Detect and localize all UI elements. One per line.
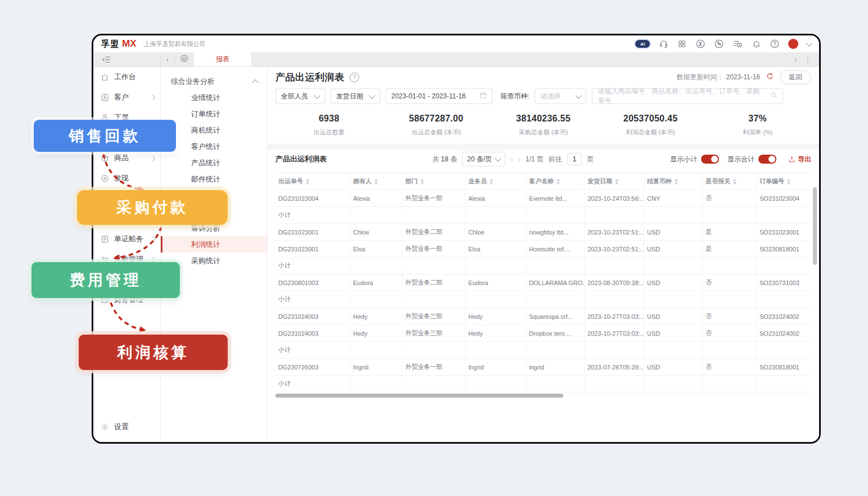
table-cell: Alexia <box>350 190 403 206</box>
submenu-item-opportunity-stats[interactable]: 商机统计 <box>161 122 267 138</box>
table-cell <box>585 291 644 308</box>
table-cell: DG231023001 <box>275 241 350 257</box>
column-header[interactable]: 拥有人 <box>350 173 403 190</box>
sidebar-item-shipping-docs[interactable]: 单证船务 <box>93 229 160 249</box>
filter-bar: 全部人员 发货日期 2023-01-01 - 2023-11-16 筛查币种: … <box>275 88 811 104</box>
table-cell: Eudora <box>350 274 403 291</box>
sidebar-item-workbench[interactable]: 工作台 <box>93 67 160 87</box>
user-avatar[interactable] <box>788 39 798 49</box>
table-cell: DG231023001 <box>275 224 350 240</box>
column-header[interactable]: 客户名称 <box>526 173 585 190</box>
home-icon[interactable] <box>180 55 188 64</box>
tab-reports[interactable]: 报表 <box>194 52 251 66</box>
table-cell <box>526 376 585 392</box>
chevron-down-icon <box>576 92 582 98</box>
table-cell: SO230818001 <box>757 241 811 257</box>
column-header[interactable]: 结算币种 <box>644 173 703 190</box>
submenu-item-customer-stats[interactable]: 客户统计 <box>161 138 267 155</box>
table-cell <box>403 342 465 358</box>
submenu-item-profit-stats[interactable]: 利润统计 <box>161 236 267 252</box>
stat-label: 利润总金额 (本币) <box>626 128 675 137</box>
table-cell <box>703 342 757 358</box>
goto-label: 前往 <box>549 155 562 164</box>
more-options-icon[interactable]: ⋮ <box>804 56 811 64</box>
table-cell: Hedy <box>350 308 403 324</box>
table-cell: Eudora <box>465 274 526 291</box>
date-range-picker[interactable]: 2023-01-01 - 2023-11-16 <box>386 88 492 104</box>
apps-grid-icon[interactable] <box>677 39 687 49</box>
table-subtotal-row[interactable]: 小计 <box>275 342 811 359</box>
refresh-icon[interactable] <box>766 72 774 82</box>
person-filter-dropdown[interactable]: 全部人员 <box>275 88 325 104</box>
table-subtotal-row[interactable]: 小计 <box>275 291 811 308</box>
ai-assistant-icon[interactable]: AI <box>635 40 650 48</box>
stat-value: 38140236.55 <box>516 114 571 124</box>
task-list-icon[interactable] <box>733 39 743 49</box>
table-cell: DG231024003 <box>275 308 350 324</box>
table-row[interactable]: DG231023004Alexia外贸业务一部AlexiaEvernote lt… <box>275 190 811 207</box>
notifications-bell-icon[interactable] <box>751 39 761 49</box>
table-row[interactable]: DG230726003Ingrid外贸业务一部Ingridingrid2023-… <box>275 359 811 376</box>
goto-page-input[interactable] <box>567 153 582 165</box>
table-cell <box>757 291 811 308</box>
vertical-scrollbar-thumb[interactable] <box>813 187 817 265</box>
customer-service-icon[interactable] <box>658 39 668 49</box>
page-size-select[interactable]: 20 条/页 <box>462 152 505 166</box>
currency-select[interactable]: 请选择 <box>535 88 586 104</box>
table-row[interactable]: DG231024003Hedy外贸业务三部HedyDropbox tero...… <box>275 325 811 342</box>
column-header[interactable]: 部门 <box>403 173 465 190</box>
submenu-group-header[interactable]: 综合业务分析 <box>161 74 267 89</box>
table-cell <box>465 258 526 274</box>
sidebar-item-settings[interactable]: 设置 <box>93 417 160 437</box>
nav-forward-icon[interactable]: › <box>794 56 797 64</box>
export-button[interactable]: 导出 <box>788 155 811 164</box>
table-row[interactable]: DG230801003Eudora外贸业务二部EudoraDOLLARAMA G… <box>275 274 811 291</box>
table-cell: 外贸业务三部 <box>403 308 465 324</box>
column-header[interactable]: 订单编号 <box>757 173 811 190</box>
date-type-dropdown[interactable]: 发货日期 <box>331 88 380 104</box>
submenu-item-performance-stats[interactable]: 业绩统计 <box>161 89 267 106</box>
nav-back-icon[interactable]: ‹ <box>166 56 169 64</box>
sort-icon <box>615 179 618 184</box>
table-subtotal-row[interactable]: 小计 <box>275 207 811 224</box>
column-header[interactable]: 出运单号 <box>275 173 350 190</box>
show-subtotal-toggle[interactable] <box>701 155 719 164</box>
table-subtotal-row[interactable]: 小计 <box>275 258 811 274</box>
help-circle-icon[interactable]: ? <box>350 73 359 82</box>
table-cell <box>403 291 465 308</box>
column-header[interactable]: 业务员 <box>465 173 526 190</box>
show-total-toggle[interactable] <box>758 155 776 164</box>
search-input[interactable]: 请输入商品编号、商品名称、出运单号、订单号、采购单号 <box>592 88 783 104</box>
table-cell: nowgfdsy ltd... <box>526 224 585 240</box>
home-icon <box>101 73 109 82</box>
submenu-item-product-stats[interactable]: 产品统计 <box>161 155 267 171</box>
contact-phone-icon[interactable] <box>714 39 724 49</box>
stat-value: 20537050.45 <box>623 114 678 124</box>
horizontal-scrollbar-thumb[interactable] <box>275 394 563 398</box>
sidebar-item-customers[interactable]: 客户 <box>93 87 160 107</box>
table-row[interactable]: DG231024003Hedy外贸业务三部HedySquarespa crf..… <box>275 308 811 325</box>
translate-icon[interactable] <box>695 39 706 49</box>
chevron-down-icon[interactable] <box>806 40 812 46</box>
sidebar-collapse[interactable] <box>93 52 161 66</box>
header-right: 数据更新时间： 2023-11-16 返回 <box>677 70 812 84</box>
submenu-item-order-stats[interactable]: 订单统计 <box>161 106 267 122</box>
table-cell: 小计 <box>275 342 350 358</box>
next-page-icon[interactable]: › <box>518 155 520 164</box>
help-icon[interactable] <box>770 39 780 49</box>
column-header[interactable]: 是否报关 <box>703 173 757 190</box>
table-cell <box>703 258 757 274</box>
submenu-item-email-stats[interactable]: 邮件统计 <box>161 171 267 187</box>
table-row[interactable]: DG231023001Chloe外贸业务二部Chloenowgfdsy ltd.… <box>275 224 811 241</box>
table-cell: CNY <box>644 190 703 206</box>
prev-page-icon[interactable]: ‹ <box>510 155 513 164</box>
sidebar-item-discover[interactable]: 发现 <box>93 168 160 188</box>
table-cell: 小计 <box>275 291 350 308</box>
table-cell: 小计 <box>275 207 350 223</box>
table-subtotal-row[interactable]: 小计 <box>275 376 811 393</box>
back-button[interactable]: 返回 <box>780 70 811 84</box>
table-cell: 2023-10-23T02:51:... <box>585 241 644 257</box>
table-row[interactable]: DG231023001Elsa外贸业务一部ElsaHootsuite tof..… <box>275 241 811 258</box>
column-header[interactable]: 发货日期 <box>585 173 644 190</box>
table-cell <box>403 376 465 392</box>
